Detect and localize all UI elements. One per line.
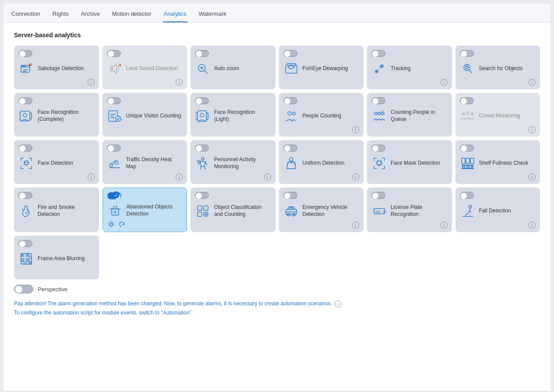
svg-point-41 [289,158,293,161]
info-face-detection[interactable]: i [88,173,95,180]
toggle-emergency-vehicle[interactable]: ✕ [283,192,297,199]
svg-point-34 [25,162,26,163]
info-crowd-monitoring[interactable]: i [529,126,536,133]
section-title: Server-based analytics [14,32,540,39]
svg-point-71 [469,205,472,208]
toggle-perspective[interactable]: ✕ [14,285,33,293]
svg-rect-8 [286,65,297,73]
cards-row-2: ✕ Face Recognition (Compl [14,93,540,137]
frame-blurring-icon [18,251,34,267]
card-license-plate[interactable]: ✕ ABC 123 License Plate Recognition i [367,187,452,232]
toggle-traffic-density[interactable]: ✕ [107,145,121,152]
nav-watermark[interactable]: Watermark [198,8,227,22]
card-personnel-activity[interactable]: ✕ Personnel Activity Moni [191,140,275,184]
info-loud-sound[interactable]: i [176,79,183,86]
info-uniform-detection[interactable]: i [352,173,359,180]
svg-point-43 [378,162,378,162]
toggle-face-mask[interactable]: ✕ [371,145,385,152]
toggle-personnel-activity[interactable]: ✕ [195,145,209,152]
toggle-face-recognition-complete[interactable]: ✕ [18,97,32,104]
info-license-plate[interactable]: i [441,222,448,229]
nav-motion-detector[interactable]: Motion detector [111,8,152,22]
card-face-detection[interactable]: ✕ [14,140,99,184]
perspective-row: ✕ Perspective [14,285,540,293]
nav-rights[interactable]: Rights [52,8,70,22]
toggle-fall-detection[interactable]: ✕ [460,192,474,199]
svg-rect-80 [21,254,24,256]
card-shelf-fullness[interactable]: ✕ [455,140,540,184]
toggle-counting-queue[interactable]: ✕ [371,97,385,104]
uniform-detection-icon [283,155,299,171]
card-face-mask[interactable]: ✕ [367,140,452,184]
toggle-search-objects[interactable]: ✕ [460,50,474,57]
card-unique-visitor[interactable]: ✕ Unique Visitor Counting [102,93,187,137]
card-face-recognition-light[interactable]: ✕ Face Recognition (Light [191,93,275,137]
toggle-crowd-monitoring[interactable]: ✕ [460,97,474,104]
toggle-frame-blurring[interactable]: ✕ [18,240,32,247]
info-emergency-vehicle[interactable]: i [352,222,359,229]
auto-zoom-label: Auto zoom [214,65,239,72]
shelf-fullness-icon [460,155,476,171]
license-plate-icon: ABC 123 [371,203,387,219]
nav-connection[interactable]: Connection [11,8,41,22]
toggle-loud-sound[interactable]: ✕ [107,50,121,57]
toggle-face-detection[interactable]: ✕ [18,145,32,152]
toggle-uniform-detection[interactable]: ✕ [283,145,297,152]
svg-point-25 [293,112,295,115]
card-tracking[interactable]: ✕ Tracking [367,46,452,89]
info-shelf-fullness[interactable]: i [529,173,536,180]
toggle-tracking[interactable]: ✕ [371,50,385,57]
nav-archive[interactable]: Archive [80,8,101,22]
face-recognition-complete-icon [18,108,34,124]
settings-extra-icon[interactable] [107,220,115,228]
info-sabotage[interactable]: i [88,79,95,86]
toggle-people-counting[interactable]: ✕ [283,97,297,104]
toggle-sabotage[interactable]: ✕ [18,50,32,57]
card-abandoned-objects[interactable]: ✓ Abandoned Objects Detection [102,187,187,232]
card-frame-blurring[interactable]: ✕ [14,236,99,279]
counting-queue-label: Counting People in Queue [391,109,448,123]
card-counting-queue[interactable]: ✕ 3 [367,93,452,137]
svg-point-24 [288,112,291,115]
abandoned-objects-icon [107,203,123,219]
card-loud-sound[interactable]: ✕ Loud Sound Detection [102,46,187,89]
card-fire-smoke[interactable]: ✕ Fire and Smoke Detection [14,187,99,232]
svg-point-31 [466,112,469,114]
toggle-shelf-fullness[interactable]: ✕ [460,145,474,152]
card-fall-detection[interactable]: ✕ Fall Detection [455,187,540,232]
toggle-fisheye[interactable]: ✕ [283,50,297,57]
toggle-face-recognition-light[interactable]: ✕ [195,97,209,104]
card-fisheye[interactable]: ✕ FishEye Dewarping [279,46,364,89]
card-uniform-detection[interactable]: ✕ Uniform Detection [279,140,364,184]
face-recognition-complete-label: Face Recognition (Complete) [38,109,95,123]
nav-analytics[interactable]: Analytics [163,8,187,22]
personnel-activity-icon [195,155,211,171]
card-face-recognition-complete[interactable]: ✕ Face Recognition (Compl [14,93,99,137]
card-traffic-density[interactable]: ✕ Traffic Density Heat Map [102,140,187,184]
object-classification-icon [195,203,211,219]
card-auto-zoom[interactable]: ✕ Auto zoom [191,46,275,89]
toggle-auto-zoom[interactable]: ✕ [195,50,209,57]
app-container: Connection Rights Archive Motion detecto… [0,0,554,392]
card-crowd-monitoring[interactable]: ✕ Crowd Mo [455,93,540,137]
refresh-extra-icon[interactable] [118,220,126,228]
info-traffic-density[interactable]: i [176,173,183,180]
footer-info-icon[interactable]: i [335,300,342,307]
card-search-objects[interactable]: ✕ Search for Objects [455,46,540,89]
emergency-vehicle-label: Emergency Vehicle Detection [303,204,360,218]
card-sabotage[interactable]: ✕ [14,46,99,89]
info-tracking[interactable]: i [441,79,448,86]
info-search-objects[interactable]: i [529,79,536,86]
card-emergency-vehicle[interactable]: ✕ Emergenc [279,187,364,232]
info-personnel-activity[interactable]: i [264,173,271,180]
info-fall-detection[interactable]: i [529,222,536,229]
toggle-license-plate[interactable]: ✕ [371,192,385,199]
svg-rect-84 [29,256,32,259]
card-people-counting[interactable]: ✕ People Counting [279,93,364,137]
card-object-classification[interactable]: ✕ Object C [191,187,275,232]
traffic-density-label: Traffic Density Heat Map [126,156,183,170]
toggle-object-classification[interactable]: ✕ [195,192,209,199]
info-people-counting[interactable]: i [352,126,359,133]
toggle-unique-visitor[interactable]: ✕ [107,97,121,104]
toggle-fire-smoke[interactable]: ✕ [18,192,32,199]
